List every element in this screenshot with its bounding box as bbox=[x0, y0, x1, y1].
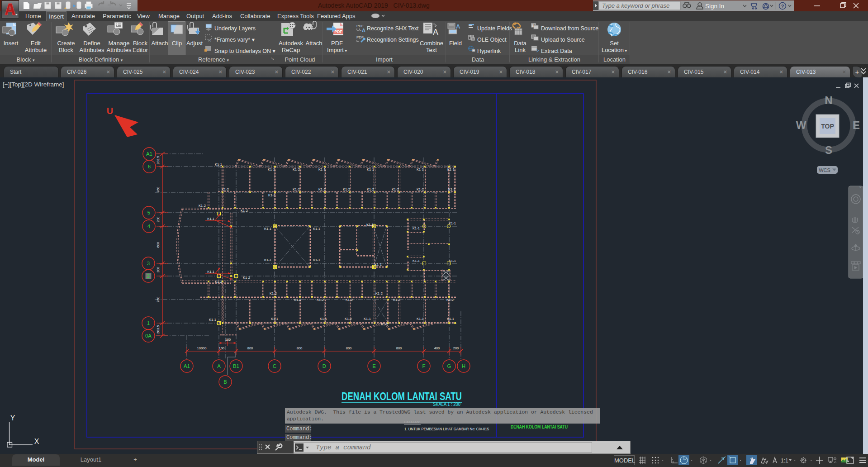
svg-text:K1-1: K1-1 bbox=[366, 223, 374, 227]
svg-text:×: × bbox=[859, 185, 861, 190]
svg-text:K1-1: K1-1 bbox=[264, 258, 271, 262]
svg-text:G: G bbox=[447, 363, 451, 369]
svg-text:K1-1: K1-1 bbox=[215, 162, 222, 167]
svg-text:K1-2: K1-2 bbox=[393, 298, 400, 302]
svg-text:800: 800 bbox=[396, 346, 402, 350]
svg-text:K1-1: K1-1 bbox=[209, 318, 216, 322]
svg-text:K1-2: K1-2 bbox=[318, 187, 326, 191]
svg-text:200: 200 bbox=[156, 217, 160, 223]
svg-text:K1-2: K1-2 bbox=[215, 280, 222, 284]
svg-text:S: S bbox=[825, 144, 832, 156]
svg-text:DENAH KOLOM LANTAI SATU: DENAH KOLOM LANTAI SATU bbox=[511, 424, 568, 429]
svg-text:W: W bbox=[796, 119, 806, 131]
svg-text:E: E bbox=[853, 119, 860, 131]
svg-text:1. UNTUK PEMBESIAN LIHAT GAMBA: 1. UNTUK PEMBESIAN LIHAT GAMBAR No: CIV-… bbox=[404, 427, 489, 431]
svg-text:4: 4 bbox=[147, 224, 151, 229]
svg-text:PDF: PDF bbox=[335, 29, 342, 34]
svg-text:E: E bbox=[372, 363, 376, 369]
svg-text:600: 600 bbox=[156, 242, 160, 248]
svg-text:K1-2: K1-2 bbox=[294, 298, 301, 302]
svg-text:C: C bbox=[273, 363, 276, 369]
svg-text:(x): (x) bbox=[208, 39, 211, 42]
svg-text:1: 1 bbox=[147, 320, 150, 326]
svg-text:SKALA 1 : 200: SKALA 1 : 200 bbox=[433, 402, 460, 407]
svg-text:203.5: 203.5 bbox=[156, 156, 160, 165]
svg-text:U: U bbox=[107, 106, 113, 116]
svg-text:K1-1: K1-1 bbox=[447, 167, 455, 172]
svg-text:Y: Y bbox=[10, 414, 15, 422]
svg-text:K1-1: K1-1 bbox=[313, 258, 320, 262]
svg-text:K1-1: K1-1 bbox=[318, 167, 326, 172]
svg-text:K1-2: K1-2 bbox=[417, 187, 424, 191]
svg-text:A: A bbox=[217, 363, 221, 369]
svg-text:K1-1: K1-1 bbox=[207, 270, 214, 274]
svg-text:K1-2: K1-2 bbox=[346, 298, 353, 302]
svg-text:B: B bbox=[223, 379, 227, 385]
svg-text:6: 6 bbox=[148, 164, 151, 169]
svg-text:K1-2: K1-2 bbox=[446, 298, 454, 302]
svg-text:K1-1: K1-1 bbox=[207, 217, 214, 221]
svg-text:K1-1: K1-1 bbox=[449, 221, 456, 225]
svg-text:0A: 0A bbox=[145, 333, 152, 338]
svg-text:K1-1: K1-1 bbox=[417, 317, 424, 321]
svg-text:760: 760 bbox=[156, 297, 160, 303]
svg-text:K1-1: K1-1 bbox=[413, 259, 420, 263]
svg-text:200: 200 bbox=[453, 346, 459, 350]
svg-text:2: 2 bbox=[147, 273, 150, 279]
svg-text:100: 100 bbox=[219, 346, 225, 350]
svg-text:D: D bbox=[323, 363, 326, 369]
svg-text:400: 400 bbox=[434, 346, 440, 350]
svg-text:A1: A1 bbox=[184, 363, 190, 369]
svg-text:?: ? bbox=[781, 4, 784, 9]
svg-text:B1: B1 bbox=[233, 363, 239, 369]
svg-text:760: 760 bbox=[156, 187, 160, 193]
svg-text:K1-2: K1-2 bbox=[367, 187, 374, 191]
svg-text:K1-2: K1-2 bbox=[243, 276, 250, 280]
svg-text:K1-1: K1-1 bbox=[417, 167, 424, 172]
svg-text:K1-2: K1-2 bbox=[293, 167, 300, 172]
svg-text:3: 3 bbox=[147, 261, 150, 266]
svg-text:K1-2: K1-2 bbox=[270, 291, 277, 295]
svg-text:1:1: 1:1 bbox=[781, 457, 788, 464]
svg-text:K1-2: K1-2 bbox=[375, 291, 383, 295]
svg-text:K1-1: K1-1 bbox=[447, 317, 454, 321]
svg-text:TOP: TOP bbox=[821, 123, 834, 130]
svg-text:K1-1: K1-1 bbox=[268, 167, 275, 172]
svg-text:K1-2: K1-2 bbox=[381, 322, 388, 326]
svg-text:K1-2: K1-2 bbox=[392, 187, 399, 191]
svg-text:N: N bbox=[825, 94, 832, 106]
svg-text:K1-1: K1-1 bbox=[320, 317, 327, 321]
svg-text:A: A bbox=[433, 28, 438, 37]
svg-text:WCS: WCS bbox=[819, 167, 830, 173]
svg-text:K1-2: K1-2 bbox=[448, 187, 455, 191]
svg-text:800: 800 bbox=[247, 346, 253, 350]
svg-text:A1: A1 bbox=[146, 151, 152, 157]
svg-text:K1-2: K1-2 bbox=[343, 187, 350, 191]
svg-text:200: 200 bbox=[156, 267, 160, 273]
svg-text:PDF: PDF bbox=[356, 35, 364, 39]
svg-text:K1-2: K1-2 bbox=[268, 193, 275, 197]
svg-text:A: A bbox=[456, 23, 460, 30]
svg-text:800: 800 bbox=[346, 346, 352, 350]
svg-text:K1-2: K1-2 bbox=[199, 204, 206, 208]
svg-text:K1-1: K1-1 bbox=[375, 262, 382, 267]
svg-text:Sign In: Sign In bbox=[705, 3, 724, 10]
svg-text:K1-2: K1-2 bbox=[222, 187, 229, 191]
svg-text:K1-2: K1-2 bbox=[317, 298, 324, 302]
svg-text:Type a keyword or phrase: Type a keyword or phrase bbox=[602, 2, 669, 9]
svg-text:A: A bbox=[362, 28, 365, 33]
svg-text:K1-1: K1-1 bbox=[413, 226, 420, 230]
svg-text:K1-1: K1-1 bbox=[264, 227, 271, 231]
svg-text:203.5: 203.5 bbox=[156, 325, 160, 334]
svg-text:5: 5 bbox=[147, 210, 150, 215]
svg-text:100: 100 bbox=[225, 338, 231, 342]
svg-text:K1-1: K1-1 bbox=[364, 317, 371, 321]
svg-text:8: 8 bbox=[532, 24, 534, 27]
svg-text:K1-1: K1-1 bbox=[367, 167, 374, 172]
svg-text:10000: 10000 bbox=[197, 346, 207, 350]
svg-text:K1-2: K1-2 bbox=[345, 317, 352, 321]
svg-text:K1-1: K1-1 bbox=[313, 227, 320, 231]
svg-text:K1-2: K1-2 bbox=[241, 209, 248, 213]
svg-text:K1-1: K1-1 bbox=[271, 317, 278, 321]
svg-text:DENAH KOLOM LANTAI SATU: DENAH KOLOM LANTAI SATU bbox=[342, 390, 462, 402]
